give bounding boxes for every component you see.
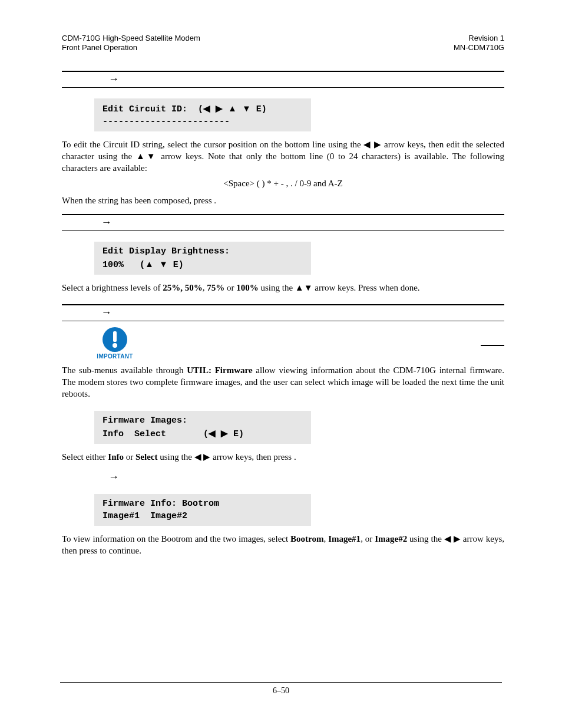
section-heading: 6.3.5.2.5 → [62, 214, 504, 231]
page-number: 6–50 [0, 682, 562, 696]
section-heading: 6.3.5.2.4.1 → [62, 71, 504, 88]
section-display-brightness: 6.3.5.2.5 → Edit Display Brightness: 100… [62, 214, 504, 294]
header-left-line1: CDM-710G High-Speed Satellite Modem [62, 34, 200, 43]
rule-segment [481, 345, 504, 346]
header-right: Revision 1 MN-CDM710G [454, 34, 504, 53]
header-left: CDM-710G High-Speed Satellite Modem Fron… [62, 34, 200, 53]
paragraph: Select a brightness levels of 25%, 50%, … [62, 282, 504, 294]
lcd-firmware-images: Firmware Images: Info Select (◀ ▶ E) [94, 411, 311, 444]
paragraph: To edit the Circuit ID string, select th… [62, 139, 504, 174]
arrow-right-icon: → [101, 216, 111, 229]
lcd-text: Firmware Info: Bootrom Image#1 Image#2 [103, 499, 219, 521]
arrow-right-icon: → [108, 73, 119, 85]
lcd-firmware-info: Firmware Info: Bootrom Image#1 Image#2 [94, 494, 311, 526]
paragraph: When the string has been composed, press… [62, 195, 504, 206]
lcd-text: Firmware Images: Info Select (◀ ▶ E) [103, 416, 244, 439]
paragraph: Select either Info or Select using the ◀… [62, 451, 504, 463]
header-left-line2: Front Panel Operation [62, 43, 200, 52]
paragraph: To view information on the Bootrom and t… [62, 533, 504, 557]
arrow-right-icon: → [101, 307, 111, 319]
exclamation-icon [103, 327, 127, 352]
page: CDM-710G High-Speed Satellite Modem Fron… [0, 0, 562, 728]
paragraph: The sub-menus available through UTIL: Fi… [62, 364, 504, 400]
important-label: IMPORTANT [94, 353, 135, 360]
lcd-brightness: Edit Display Brightness: 100% (▲ ▼ E) [94, 242, 311, 275]
important-badge: IMPORTANT [94, 327, 135, 360]
lcd-text: Edit Display Brightness: 100% (▲ ▼ E) [103, 246, 230, 270]
arrow-right-icon: → [108, 471, 119, 483]
running-header: CDM-710G High-Speed Satellite Modem Fron… [62, 34, 504, 53]
lcd-text: Edit Circuit ID: (◀ ▶ ▲ ▼ E) -----------… [103, 104, 267, 127]
char-set-line: <Space> ( ) * + - , . / 0-9 and A-Z [62, 179, 504, 189]
section-heading: 6.3.5.2.6 → [62, 304, 504, 321]
subsection-heading: 6.3.5.2.6.1 → [62, 471, 504, 483]
section-circuit-id: 6.3.5.2.4.1 → Edit Circuit ID: (◀ ▶ ▲ ▼ … [62, 71, 504, 207]
lcd-circuit-id: Edit Circuit ID: (◀ ▶ ▲ ▼ E) -----------… [94, 98, 311, 131]
header-right-line1: Revision 1 [454, 34, 504, 43]
section-firmware: 6.3.5.2.6 → IMPORTANT The sub-menus avai… [62, 304, 504, 557]
header-right-line2: MN-CDM710G [454, 43, 504, 52]
